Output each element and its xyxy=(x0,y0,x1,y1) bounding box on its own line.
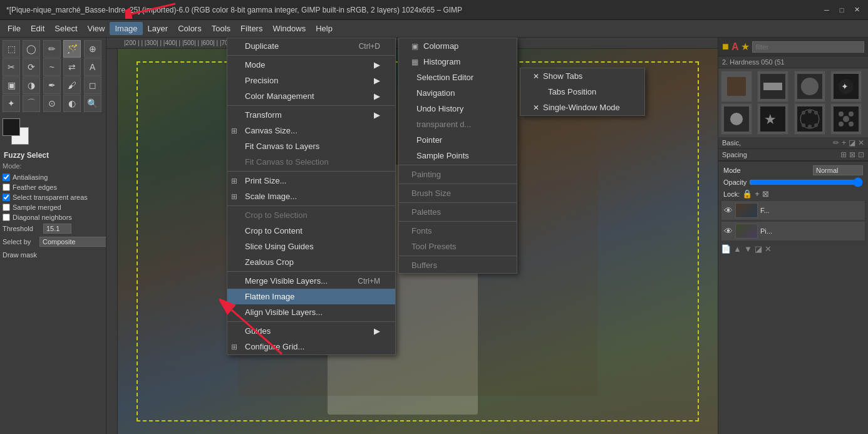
brush-del-icon[interactable]: ✕ xyxy=(858,138,864,147)
select-by-input[interactable] xyxy=(39,237,106,247)
brush-item-8[interactable] xyxy=(830,103,862,135)
sub-buffers[interactable]: Buffers xyxy=(399,257,517,273)
sample-merged-checkbox[interactable] xyxy=(3,204,10,211)
threshold-input[interactable] xyxy=(43,224,71,234)
menu-item-zealous-crop[interactable]: Zealous Crop xyxy=(227,254,395,270)
tool-text[interactable]: A xyxy=(84,58,101,76)
sub-selection-editor[interactable]: Selection Editor xyxy=(399,70,517,85)
tool-fuzzy-select[interactable]: 🪄 xyxy=(63,40,81,58)
brush-item-7[interactable] xyxy=(794,103,825,135)
menu-item-fit-canvas-layers[interactable]: Fit Canvas to Layers xyxy=(227,138,395,154)
tool-crop[interactable]: ✂ xyxy=(3,58,20,76)
tool-paintbrush[interactable]: 🖌 xyxy=(63,76,81,94)
sub-colormap[interactable]: ▣ Colormap xyxy=(399,38,517,54)
menu-tools[interactable]: Tools xyxy=(207,22,235,35)
layer-raise-icon[interactable]: ▲ xyxy=(733,244,741,254)
tool-dodge-burn[interactable]: ◐ xyxy=(63,95,81,112)
spacing-icon-3[interactable]: ⊡ xyxy=(858,150,864,159)
tool-foreground-select[interactable]: ⊕ xyxy=(84,40,101,58)
layer-row-1[interactable]: 👁 F... xyxy=(721,200,865,220)
menu-item-crop-selection[interactable]: Crop to Selection xyxy=(227,207,395,223)
brush-item-4[interactable]: ✦ xyxy=(830,71,862,102)
menu-colors[interactable]: Colors xyxy=(173,22,207,35)
layer-new-icon[interactable]: 📄 xyxy=(721,244,731,254)
transparent-checkbox[interactable] xyxy=(3,194,10,201)
sub-palettes[interactable]: Palettes xyxy=(399,204,517,220)
layer-row-2[interactable]: 👁 Pi... xyxy=(721,221,865,241)
tool-ellipse-select[interactable]: ◯ xyxy=(23,40,40,58)
opacity-slider[interactable] xyxy=(749,178,863,187)
menu-windows[interactable]: Windows xyxy=(267,22,311,35)
menu-item-print-size[interactable]: ⊞ Print Size... xyxy=(227,173,395,189)
sub-show-tabs[interactable]: ✕ Show Tabs xyxy=(520,68,644,84)
menu-filters[interactable]: Filters xyxy=(235,22,267,35)
menu-item-duplicate[interactable]: Duplicate Ctrl+D xyxy=(227,38,395,54)
menu-item-configure-grid[interactable]: ⊞ Configure Grid... xyxy=(227,339,395,354)
brush-new-icon[interactable]: + xyxy=(842,138,846,147)
layer-del-icon[interactable]: ✕ xyxy=(765,244,772,254)
menu-item-scale-image[interactable]: ⊞ Scale Image... xyxy=(227,189,395,204)
sub-sample-points[interactable]: Sample Points xyxy=(399,148,517,163)
menu-layer[interactable]: Layer xyxy=(143,22,173,35)
layer-lower-icon[interactable]: ▼ xyxy=(744,244,752,254)
tool-warp[interactable]: ~ xyxy=(43,58,61,76)
lock-pos-icon[interactable]: + xyxy=(755,189,760,199)
spacing-icon-2[interactable]: ⊠ xyxy=(849,150,855,159)
tool-pencil[interactable]: ✒ xyxy=(43,76,61,94)
menu-item-color-management[interactable]: Color Management ▶ xyxy=(227,88,395,104)
sub-undo-history[interactable]: Undo History xyxy=(399,101,517,116)
tool-zoom[interactable]: 🔍 xyxy=(84,95,101,112)
sub-painting[interactable]: Painting xyxy=(399,167,517,182)
tool-rectangle-select[interactable]: ⬚ xyxy=(3,40,20,58)
lock-paint-icon[interactable]: 🔒 xyxy=(742,189,752,199)
menu-item-flatten-image[interactable]: Flatten Image xyxy=(227,289,395,304)
sub-tool-presets[interactable]: Tool Presets xyxy=(399,239,517,254)
menu-help[interactable]: Help xyxy=(311,22,338,35)
tool-blend[interactable]: ◑ xyxy=(23,76,40,94)
menu-file[interactable]: File xyxy=(3,22,26,35)
sub-pointer[interactable]: Pointer xyxy=(399,132,517,148)
brush-item-6[interactable]: ★ xyxy=(757,103,788,135)
brush-dup-icon[interactable]: ◪ xyxy=(849,138,855,147)
tool-free-select[interactable]: ✏ xyxy=(43,40,61,58)
menu-image[interactable]: Image xyxy=(110,22,142,35)
sub-fonts[interactable]: Fonts xyxy=(399,223,517,239)
tool-ink[interactable]: ⌒ xyxy=(23,95,40,112)
close-button[interactable]: ✕ xyxy=(852,5,862,15)
menu-select[interactable]: Select xyxy=(49,22,82,35)
minimize-button[interactable]: ─ xyxy=(822,5,832,15)
tool-transform[interactable]: ⟳ xyxy=(23,58,40,76)
layer-2-visibility-icon[interactable]: 👁 xyxy=(724,226,733,236)
tool-airbrush[interactable]: ✦ xyxy=(3,95,20,112)
menu-view[interactable]: View xyxy=(83,22,110,35)
menu-edit[interactable]: Edit xyxy=(26,22,49,35)
layer-1-visibility-icon[interactable]: 👁 xyxy=(724,205,733,215)
brush-item-1[interactable] xyxy=(721,71,752,102)
sub-single-window[interactable]: ✕ Single-Window Mode xyxy=(520,100,644,115)
menu-item-guides[interactable]: Guides ▶ xyxy=(227,323,395,339)
tool-smudge[interactable]: ⊙ xyxy=(43,95,61,112)
menu-item-merge-visible[interactable]: Merge Visible Layers... Ctrl+M xyxy=(227,273,395,289)
feather-checkbox[interactable] xyxy=(3,183,10,191)
sub-tabs-position[interactable]: Tabs Position xyxy=(520,84,644,100)
brush-item-3[interactable] xyxy=(794,71,825,102)
maximize-button[interactable]: □ xyxy=(837,5,847,15)
menu-item-fit-canvas-selection[interactable]: Fit Canvas to Selection xyxy=(227,154,395,170)
menu-item-canvas-size[interactable]: ⊞ Canvas Size... xyxy=(227,123,395,138)
brush-filter-input[interactable] xyxy=(752,41,864,53)
sub-transparent[interactable]: transparent d... xyxy=(399,116,517,132)
spacing-icon-1[interactable]: ⊞ xyxy=(840,150,847,159)
menu-item-mode[interactable]: Mode ▶ xyxy=(227,57,395,73)
sub-brush-size[interactable]: Brush Size xyxy=(399,185,517,201)
menu-item-precision[interactable]: Precision ▶ xyxy=(227,73,395,88)
diagonal-checkbox[interactable] xyxy=(3,214,10,221)
layer-dup-icon[interactable]: ◪ xyxy=(755,244,762,254)
menu-item-align-visible[interactable]: Align Visible Layers... xyxy=(227,304,395,320)
menu-item-crop-content[interactable]: Crop to Content xyxy=(227,223,395,239)
sub-navigation[interactable]: Navigation xyxy=(399,85,517,101)
mode-select-input[interactable] xyxy=(813,165,863,175)
foreground-color-swatch[interactable] xyxy=(3,118,20,136)
brush-item-2[interactable] xyxy=(757,71,788,102)
tool-bucket-fill[interactable]: ▣ xyxy=(3,76,20,94)
tool-eraser[interactable]: ◻ xyxy=(84,76,101,94)
